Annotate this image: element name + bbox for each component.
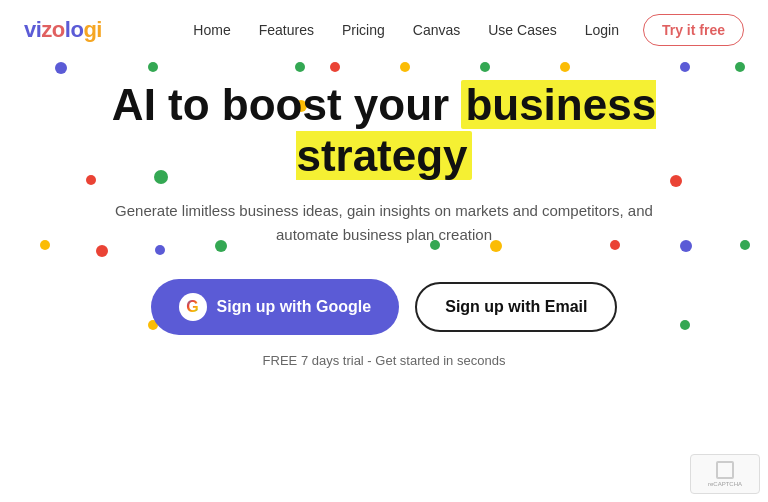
nav-login[interactable]: Login [585,22,619,38]
try-free-button[interactable]: Try it free [643,14,744,46]
free-trial-text: FREE 7 days trial - Get started in secon… [263,353,506,368]
google-signup-label: Sign up with Google [217,298,372,316]
hero-subtitle: Generate limitless business ideas, gain … [104,199,664,247]
recaptcha-widget[interactable]: reCAPTCHA [690,454,760,494]
hero-section: AI to boost your business strategy Gener… [0,60,768,368]
cta-buttons: G Sign up with Google Sign up with Email [151,279,618,335]
google-icon: G [179,293,207,321]
email-signup-button[interactable]: Sign up with Email [415,282,617,332]
hero-title-pre: AI to boost your [112,80,462,129]
google-signup-button[interactable]: G Sign up with Google [151,279,400,335]
nav-canvas[interactable]: Canvas [413,22,460,38]
nav-home[interactable]: Home [193,22,230,38]
logo[interactable]: vizologi [24,17,102,43]
recaptcha-text: reCAPTCHA [708,481,742,487]
nav-features[interactable]: Features [259,22,314,38]
nav-pricing[interactable]: Pricing [342,22,385,38]
hero-title: AI to boost your business strategy [40,80,728,181]
nav-use-cases[interactable]: Use Cases [488,22,556,38]
email-signup-label: Sign up with Email [445,298,587,316]
recaptcha-checkbox[interactable] [716,461,734,479]
nav-links: Home Features Pricing Canvas Use Cases L… [193,21,619,39]
navbar: vizologi Home Features Pricing Canvas Us… [0,0,768,60]
